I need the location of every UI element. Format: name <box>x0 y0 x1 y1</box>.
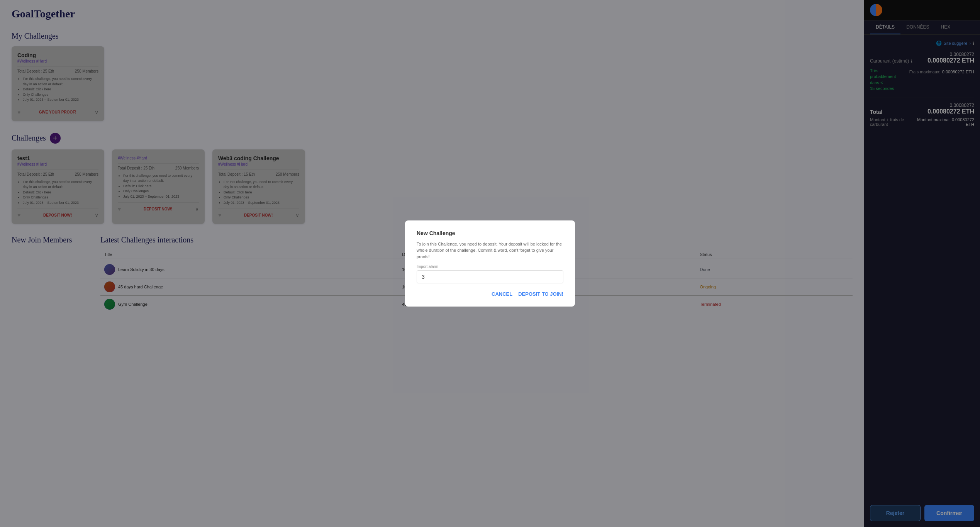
modal: New Challenge To join this Challenge, yo… <box>405 220 575 307</box>
modal-description: To join this Challenge, you need to depo… <box>417 241 563 260</box>
deposit-button[interactable]: DEPOSIT TO JOIN! <box>518 291 563 297</box>
modal-input-label: Import alarm <box>417 264 563 269</box>
modal-input[interactable] <box>417 270 563 283</box>
cancel-button[interactable]: CANCEL <box>492 291 512 297</box>
modal-actions: CANCEL DEPOSIT TO JOIN! <box>417 291 563 297</box>
modal-overlay: New Challenge To join this Challenge, yo… <box>0 0 980 527</box>
modal-title: New Challenge <box>417 230 563 236</box>
